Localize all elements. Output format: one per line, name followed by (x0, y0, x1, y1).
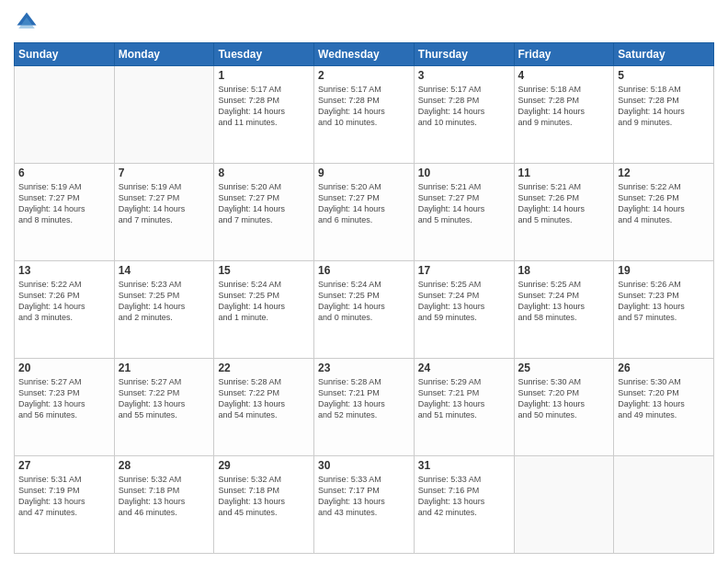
calendar-cell: 13Sunrise: 5:22 AM Sunset: 7:26 PM Dayli… (15, 261, 115, 359)
day-info: Sunrise: 5:29 AM Sunset: 7:21 PM Dayligh… (418, 376, 510, 421)
calendar-cell: 21Sunrise: 5:27 AM Sunset: 7:22 PM Dayli… (114, 359, 214, 456)
weekday-header-row: SundayMondayTuesdayWednesdayThursdayFrid… (15, 43, 714, 66)
weekday-header-wednesday: Wednesday (314, 43, 415, 66)
calendar-cell: 3Sunrise: 5:17 AM Sunset: 7:28 PM Daylig… (414, 66, 514, 164)
day-number: 22 (218, 362, 310, 374)
weekday-header-sunday: Sunday (15, 43, 115, 66)
calendar-cell (514, 456, 614, 554)
week-row-1: 6Sunrise: 5:19 AM Sunset: 7:27 PM Daylig… (15, 164, 714, 261)
calendar-cell: 29Sunrise: 5:32 AM Sunset: 7:18 PM Dayli… (214, 456, 314, 554)
day-number: 2 (318, 69, 410, 82)
day-number: 19 (618, 264, 710, 277)
calendar-cell: 6Sunrise: 5:19 AM Sunset: 7:27 PM Daylig… (15, 164, 115, 261)
day-number: 14 (119, 264, 210, 277)
day-info: Sunrise: 5:33 AM Sunset: 7:16 PM Dayligh… (418, 474, 510, 519)
weekday-header-tuesday: Tuesday (214, 43, 314, 66)
calendar-table: SundayMondayTuesdayWednesdayThursdayFrid… (14, 42, 714, 554)
calendar-cell: 22Sunrise: 5:28 AM Sunset: 7:22 PM Dayli… (214, 359, 314, 456)
day-info: Sunrise: 5:26 AM Sunset: 7:23 PM Dayligh… (618, 279, 710, 324)
day-number: 28 (119, 459, 210, 472)
calendar-cell: 8Sunrise: 5:20 AM Sunset: 7:27 PM Daylig… (214, 164, 314, 261)
calendar-cell: 7Sunrise: 5:19 AM Sunset: 7:27 PM Daylig… (114, 164, 214, 261)
day-info: Sunrise: 5:27 AM Sunset: 7:23 PM Dayligh… (18, 376, 110, 421)
day-info: Sunrise: 5:22 AM Sunset: 7:26 PM Dayligh… (618, 181, 710, 226)
logo (14, 9, 43, 35)
day-info: Sunrise: 5:21 AM Sunset: 7:27 PM Dayligh… (418, 181, 510, 226)
day-info: Sunrise: 5:24 AM Sunset: 7:25 PM Dayligh… (318, 279, 410, 324)
calendar-cell: 4Sunrise: 5:18 AM Sunset: 7:28 PM Daylig… (514, 66, 614, 164)
calendar-cell: 19Sunrise: 5:26 AM Sunset: 7:23 PM Dayli… (614, 261, 714, 359)
day-number: 13 (18, 264, 110, 277)
calendar-cell: 26Sunrise: 5:30 AM Sunset: 7:20 PM Dayli… (614, 359, 714, 456)
day-info: Sunrise: 5:17 AM Sunset: 7:28 PM Dayligh… (218, 84, 310, 129)
calendar-cell: 14Sunrise: 5:23 AM Sunset: 7:25 PM Dayli… (114, 261, 214, 359)
day-number: 11 (518, 167, 610, 179)
day-info: Sunrise: 5:25 AM Sunset: 7:24 PM Dayligh… (518, 279, 610, 324)
day-number: 23 (318, 362, 410, 374)
day-info: Sunrise: 5:32 AM Sunset: 7:18 PM Dayligh… (119, 474, 210, 519)
calendar-cell (15, 66, 115, 164)
header (14, 9, 714, 35)
week-row-0: 1Sunrise: 5:17 AM Sunset: 7:28 PM Daylig… (15, 66, 714, 164)
day-info: Sunrise: 5:23 AM Sunset: 7:25 PM Dayligh… (119, 279, 210, 324)
day-number: 18 (518, 264, 610, 277)
calendar-cell: 18Sunrise: 5:25 AM Sunset: 7:24 PM Dayli… (514, 261, 614, 359)
calendar-cell: 10Sunrise: 5:21 AM Sunset: 7:27 PM Dayli… (414, 164, 514, 261)
calendar-cell: 5Sunrise: 5:18 AM Sunset: 7:28 PM Daylig… (614, 66, 714, 164)
day-number: 20 (18, 362, 110, 374)
calendar-cell: 27Sunrise: 5:31 AM Sunset: 7:19 PM Dayli… (15, 456, 115, 554)
day-number: 17 (418, 264, 510, 277)
calendar-cell: 15Sunrise: 5:24 AM Sunset: 7:25 PM Dayli… (214, 261, 314, 359)
day-number: 4 (518, 69, 610, 82)
day-info: Sunrise: 5:17 AM Sunset: 7:28 PM Dayligh… (318, 84, 410, 129)
calendar-cell: 23Sunrise: 5:28 AM Sunset: 7:21 PM Dayli… (314, 359, 415, 456)
calendar-cell: 2Sunrise: 5:17 AM Sunset: 7:28 PM Daylig… (314, 66, 415, 164)
day-info: Sunrise: 5:19 AM Sunset: 7:27 PM Dayligh… (119, 181, 210, 226)
day-info: Sunrise: 5:30 AM Sunset: 7:20 PM Dayligh… (518, 376, 610, 421)
day-number: 21 (119, 362, 210, 374)
day-number: 24 (418, 362, 510, 374)
day-info: Sunrise: 5:20 AM Sunset: 7:27 PM Dayligh… (318, 181, 410, 226)
calendar-cell: 20Sunrise: 5:27 AM Sunset: 7:23 PM Dayli… (15, 359, 115, 456)
day-info: Sunrise: 5:33 AM Sunset: 7:17 PM Dayligh… (318, 474, 410, 519)
day-number: 7 (119, 167, 210, 179)
calendar-cell: 12Sunrise: 5:22 AM Sunset: 7:26 PM Dayli… (614, 164, 714, 261)
weekday-header-saturday: Saturday (614, 43, 714, 66)
day-info: Sunrise: 5:28 AM Sunset: 7:22 PM Dayligh… (218, 376, 310, 421)
day-info: Sunrise: 5:31 AM Sunset: 7:19 PM Dayligh… (18, 474, 110, 519)
day-info: Sunrise: 5:17 AM Sunset: 7:28 PM Dayligh… (418, 84, 510, 129)
calendar-cell: 31Sunrise: 5:33 AM Sunset: 7:16 PM Dayli… (414, 456, 514, 554)
day-info: Sunrise: 5:32 AM Sunset: 7:18 PM Dayligh… (218, 474, 310, 519)
day-number: 15 (218, 264, 310, 277)
day-info: Sunrise: 5:20 AM Sunset: 7:27 PM Dayligh… (218, 181, 310, 226)
day-number: 8 (218, 167, 310, 179)
day-info: Sunrise: 5:27 AM Sunset: 7:22 PM Dayligh… (119, 376, 210, 421)
day-info: Sunrise: 5:24 AM Sunset: 7:25 PM Dayligh… (218, 279, 310, 324)
day-info: Sunrise: 5:19 AM Sunset: 7:27 PM Dayligh… (18, 181, 110, 226)
calendar-cell: 1Sunrise: 5:17 AM Sunset: 7:28 PM Daylig… (214, 66, 314, 164)
calendar-cell: 30Sunrise: 5:33 AM Sunset: 7:17 PM Dayli… (314, 456, 415, 554)
calendar-cell: 11Sunrise: 5:21 AM Sunset: 7:26 PM Dayli… (514, 164, 614, 261)
calendar-cell: 25Sunrise: 5:30 AM Sunset: 7:20 PM Dayli… (514, 359, 614, 456)
day-number: 3 (418, 69, 510, 82)
calendar-cell: 9Sunrise: 5:20 AM Sunset: 7:27 PM Daylig… (314, 164, 415, 261)
day-info: Sunrise: 5:18 AM Sunset: 7:28 PM Dayligh… (618, 84, 710, 129)
day-number: 9 (318, 167, 410, 179)
calendar-cell (614, 456, 714, 554)
weekday-header-monday: Monday (114, 43, 214, 66)
day-info: Sunrise: 5:25 AM Sunset: 7:24 PM Dayligh… (418, 279, 510, 324)
day-info: Sunrise: 5:21 AM Sunset: 7:26 PM Dayligh… (518, 181, 610, 226)
calendar-cell: 24Sunrise: 5:29 AM Sunset: 7:21 PM Dayli… (414, 359, 514, 456)
day-number: 29 (218, 459, 310, 472)
logo-icon (14, 9, 40, 35)
day-number: 10 (418, 167, 510, 179)
page: SundayMondayTuesdayWednesdayThursdayFrid… (0, 0, 728, 563)
calendar-cell: 16Sunrise: 5:24 AM Sunset: 7:25 PM Dayli… (314, 261, 415, 359)
day-info: Sunrise: 5:22 AM Sunset: 7:26 PM Dayligh… (18, 279, 110, 324)
day-info: Sunrise: 5:18 AM Sunset: 7:28 PM Dayligh… (518, 84, 610, 129)
day-number: 16 (318, 264, 410, 277)
day-number: 25 (518, 362, 610, 374)
weekday-header-thursday: Thursday (414, 43, 514, 66)
day-number: 26 (618, 362, 710, 374)
day-info: Sunrise: 5:28 AM Sunset: 7:21 PM Dayligh… (318, 376, 410, 421)
